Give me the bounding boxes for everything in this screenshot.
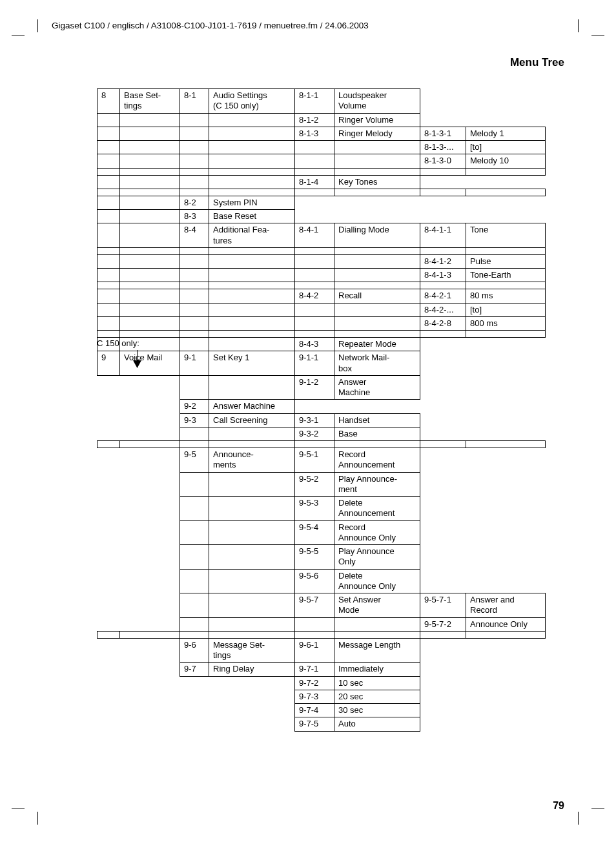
menu-cell	[180, 676, 209, 690]
menu-cell	[334, 154, 420, 168]
menu-cell	[98, 400, 120, 413]
menu-cell: 9-3-1	[295, 413, 334, 427]
menu-cell: AnswerMachine	[334, 375, 420, 400]
menu-cell	[466, 196, 546, 209]
menu-cell: RecordAnnouncement	[334, 448, 420, 473]
menu-cell	[209, 175, 295, 189]
menu-cell: Message Set-tings	[209, 638, 295, 663]
menu-cell	[180, 316, 209, 330]
menu-cell	[295, 196, 334, 209]
menu-cell	[209, 427, 295, 440]
menu-cell	[98, 569, 120, 593]
menu-cell: 8	[98, 89, 120, 114]
menu-cell: 9-2	[180, 400, 209, 413]
menu-tree-table: 8Base Set-tings8-1Audio Settings(C 150 o…	[97, 88, 546, 732]
menu-cell: 8-4-1	[295, 223, 334, 248]
menu-cell: Melody 1	[466, 127, 546, 140]
menu-cell	[420, 196, 466, 209]
menu-cell	[295, 303, 334, 316]
menu-cell	[98, 520, 120, 545]
menu-cell	[420, 338, 466, 351]
menu-cell	[120, 690, 180, 703]
menu-cell	[209, 269, 295, 282]
menu-cell: Message Length	[334, 638, 420, 663]
menu-cell: Ringer Melody	[334, 127, 420, 140]
menu-cell: 30 sec	[334, 704, 420, 717]
menu-cell	[120, 638, 180, 663]
menu-cell: 9-5-5	[295, 545, 334, 570]
menu-cell	[420, 472, 466, 497]
menu-cell: Pulse	[466, 254, 546, 268]
menu-cell: Repeater Mode	[334, 338, 420, 351]
menu-cell	[466, 569, 546, 593]
menu-cell: Announce-ments	[209, 448, 295, 473]
menu-cell	[209, 141, 295, 154]
menu-cell	[209, 704, 295, 717]
menu-cell	[420, 113, 466, 127]
menu-cell	[420, 497, 466, 521]
menu-cell	[466, 545, 546, 570]
menu-cell	[180, 269, 209, 282]
menu-cell	[120, 289, 180, 303]
menu-cell	[466, 351, 546, 376]
menu-cell	[209, 690, 295, 703]
menu-cell	[209, 569, 295, 593]
menu-cell	[120, 427, 180, 440]
menu-cell	[120, 303, 180, 316]
menu-cell	[466, 427, 546, 440]
menu-cell	[209, 289, 295, 303]
menu-cell: LoudspeakerVolume	[334, 89, 420, 114]
menu-cell	[420, 413, 466, 427]
section-title: Menu Tree	[52, 56, 564, 69]
menu-cell	[120, 316, 180, 330]
menu-cell	[98, 427, 120, 440]
menu-cell: 8-1-4	[295, 175, 334, 189]
menu-cell	[120, 196, 180, 209]
menu-cell	[120, 704, 180, 717]
menu-cell: 8-1-1	[295, 89, 334, 114]
menu-cell	[180, 127, 209, 140]
menu-cell	[180, 704, 209, 717]
menu-cell	[98, 413, 120, 427]
menu-cell	[209, 113, 295, 127]
menu-cell	[209, 497, 295, 521]
menu-cell: 10 sec	[334, 676, 420, 690]
menu-cell	[209, 717, 295, 731]
menu-cell	[120, 375, 180, 400]
menu-cell	[209, 617, 295, 631]
menu-cell	[420, 175, 466, 189]
menu-cell: 8-4-2-8	[420, 316, 466, 330]
menu-cell	[420, 400, 466, 413]
menu-cell: 9-7	[180, 663, 209, 676]
menu-cell: 9-7-3	[295, 690, 334, 703]
menu-cell: Answer Machine	[209, 400, 295, 413]
menu-cell: Play Announce-ment	[334, 472, 420, 497]
menu-cell	[180, 497, 209, 521]
menu-cell	[120, 127, 180, 140]
menu-cell	[334, 254, 420, 268]
menu-cell	[120, 210, 180, 223]
menu-cell: Base	[334, 427, 420, 440]
menu-cell	[98, 545, 120, 570]
menu-cell	[120, 223, 180, 248]
menu-cell	[180, 545, 209, 570]
menu-cell	[180, 141, 209, 154]
menu-cell	[120, 413, 180, 427]
menu-cell: 9-7-4	[295, 704, 334, 717]
menu-cell: Tone	[466, 223, 546, 248]
menu-cell	[120, 676, 180, 690]
menu-cell	[98, 593, 120, 618]
menu-cell: Answer andRecord	[466, 593, 546, 618]
menu-cell: DeleteAnnounce Only	[334, 569, 420, 593]
menu-cell	[120, 269, 180, 282]
page: Gigaset C100 / englisch / A31008-C100-J1…	[0, 0, 616, 844]
menu-cell	[98, 113, 120, 127]
menu-cell: Recall	[334, 289, 420, 303]
doc-header: Gigaset C100 / englisch / A31008-C100-J1…	[52, 21, 564, 30]
menu-cell	[98, 127, 120, 140]
menu-cell: Play AnnounceOnly	[334, 545, 420, 570]
menu-cell: Handset	[334, 413, 420, 427]
menu-cell: [to]	[466, 303, 546, 316]
menu-cell	[98, 223, 120, 248]
menu-cell: [to]	[466, 141, 546, 154]
